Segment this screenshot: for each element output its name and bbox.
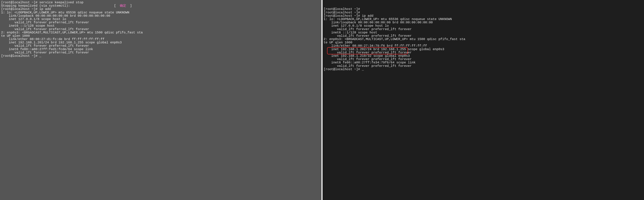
terminal-line: valid_lft forever preferred_lft forever bbox=[324, 28, 643, 31]
terminal-line: inet6 ::1/128 scope host bbox=[1, 24, 320, 27]
terminal-right-pane[interactable]: [root@localhost ~]#[root@localhost ~]#[r… bbox=[322, 0, 644, 200]
terminal-line: inet 192.168.1.201/24 brd 192.168.1.255 … bbox=[1, 41, 320, 44]
terminal-line: valid_lft forever preferred_lft forever bbox=[1, 51, 320, 54]
terminal-line: valid_lft forever preferred_lft forever bbox=[324, 64, 643, 68]
terminal-line: inet6 ::1/128 scope host bbox=[324, 31, 643, 34]
terminal-line: 2: enp0s3: <BROADCAST,MULTICAST,UP,LOWER… bbox=[324, 38, 643, 41]
terminal-line: Stopping keepalived (via systemctl): [ 确… bbox=[1, 4, 320, 7]
terminal-line: [root@localhost ~]# _ bbox=[324, 68, 643, 71]
terminal-line: [root@localhost ~]# service keepalived s… bbox=[1, 1, 320, 4]
terminal-line: 2: enp0s3: <BROADCAST,MULTICAST,UP,LOWER… bbox=[1, 31, 320, 34]
terminal-line: valid_lft forever preferred_lft forever bbox=[1, 21, 320, 24]
terminal-line: inet 192.168.1.202/24 brd 192.168.1.255 … bbox=[324, 48, 643, 51]
terminal-line: link/loopback 00:00:00:00:00:00 brd 00:0… bbox=[1, 14, 320, 17]
terminal-line: [root@localhost ~]# ip add bbox=[1, 7, 320, 11]
pane-divider bbox=[322, 0, 322, 200]
terminal-line: 1: lo: <LOOPBACK,UP,LOWER_UP> mtu 65536 … bbox=[1, 11, 320, 14]
terminal-line: valid_lft forever preferred_lft forever bbox=[324, 34, 643, 38]
terminal-line: te UP qlen 1000 bbox=[324, 41, 643, 44]
terminal-line: [root@localhost ~]# bbox=[324, 11, 643, 14]
terminal-line: inet 127.0.0.1/8 scope host lo bbox=[1, 17, 320, 21]
terminal-left-pane[interactable]: [root@localhost ~]# service keepalived s… bbox=[0, 0, 322, 200]
terminal-line: link/loopback 00:00:00:00:00:00 brd 00:0… bbox=[324, 21, 643, 24]
terminal-line: [root@localhost ~]# _ bbox=[1, 54, 320, 58]
terminal-line: 1: lo: <LOOPBACK,UP,LOWER_UP> mtu 65536 … bbox=[324, 17, 643, 21]
terminal-line: valid_lft forever preferred_lft forever bbox=[1, 28, 320, 31]
terminal-line: link/ether 08:00:27:d1:fc:de brd ff:ff:f… bbox=[1, 38, 320, 41]
terminal-line: valid_lft forever preferred_lft forever bbox=[324, 58, 643, 61]
terminal-line: inet6 fe80::a00:27ff:fe34:79f6/64 scope … bbox=[324, 61, 643, 64]
terminal-line: valid_lft forever preferred_lft forever bbox=[324, 51, 643, 54]
terminal-line: valid_lft forever preferred_lft forever bbox=[1, 44, 320, 47]
terminal-line: te UP qlen 1000 bbox=[1, 34, 320, 38]
terminal-line: inet 192.168.1.210/32 scope global enp0s… bbox=[324, 54, 643, 58]
terminal-line: [root@localhost ~]# bbox=[324, 7, 643, 11]
terminal-line: inet6 fe80::a00:27ff:fed1:fcde/64 scope … bbox=[1, 48, 320, 51]
terminal-line: [root@localhost ~]# ip add bbox=[324, 14, 643, 17]
terminal-line: inet 127.0.0.1/8 scope host lo bbox=[324, 24, 643, 27]
terminal-line: link/ether 08:00:27:34:79:f6 brd ff:ff:f… bbox=[324, 44, 643, 47]
